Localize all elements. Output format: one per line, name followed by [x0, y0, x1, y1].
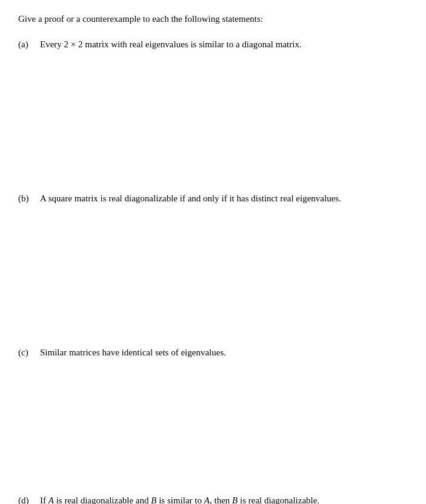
spacer-after-c: [18, 360, 408, 493]
problem-b-text: A square matrix is real diagonalizable i…: [40, 191, 408, 206]
spacer-after-a: [18, 52, 408, 191]
intro-text: Give a proof or a counterexample to each…: [18, 12, 408, 26]
problem-a: (a) Every 2 × 2 matrix with real eigenva…: [18, 37, 408, 52]
problem-d-label: (d): [18, 493, 36, 505]
var-A-2: A: [204, 496, 210, 505]
problem-c-label: (c): [18, 345, 36, 360]
problem-c-text: Similar matrices have identical sets of …: [40, 345, 408, 360]
var-B-1: B: [151, 496, 156, 505]
problem-d: (d) If A is real diagonalizable and B is…: [18, 493, 408, 505]
problem-b-label: (b): [18, 191, 36, 206]
page-content: Give a proof or a counterexample to each…: [18, 12, 408, 504]
problem-a-label: (a): [18, 37, 36, 52]
problem-c: (c) Similar matrices have identical sets…: [18, 345, 408, 360]
problem-b-statement: (b) A square matrix is real diagonalizab…: [18, 191, 408, 206]
problem-a-statement: (a) Every 2 × 2 matrix with real eigenva…: [18, 37, 408, 52]
problem-d-statement: (d) If A is real diagonalizable and B is…: [18, 493, 408, 505]
var-B-2: B: [232, 496, 238, 505]
problem-c-statement: (c) Similar matrices have identical sets…: [18, 345, 408, 360]
var-A-1: A: [48, 496, 54, 505]
problem-b: (b) A square matrix is real diagonalizab…: [18, 191, 408, 206]
problem-d-text: If A is real diagonalizable and B is sim…: [40, 493, 408, 505]
problem-a-text: Every 2 × 2 matrix with real eigenvalues…: [40, 37, 408, 52]
spacer-after-b: [18, 206, 408, 345]
